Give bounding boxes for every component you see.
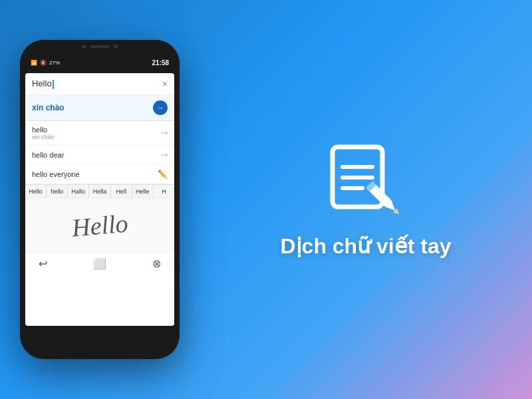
- suggestion-content-3: hello everyone: [32, 170, 80, 178]
- status-bar: 📶 🔇 27% 21:58: [20, 53, 180, 72]
- clear-button[interactable]: ×: [162, 78, 168, 89]
- keyboard-suggestions-row: Hello hello Hallo Hella Hell Helle H: [25, 184, 174, 198]
- suggestion-item-1[interactable]: hello xin chào ↗: [25, 121, 174, 146]
- home-icon[interactable]: ⬜: [93, 257, 106, 270]
- wifi-icon: 🔇: [40, 60, 47, 66]
- kb-word-4[interactable]: Hella: [89, 185, 110, 198]
- app-icon-wrapper: [326, 140, 406, 220]
- bottom-nav-bar: ↩ ⬜ ⊗: [25, 251, 174, 275]
- app-title-text: Dịch chữ viết tay: [280, 234, 451, 258]
- suggestion-main-1: hello: [32, 126, 55, 134]
- phone-body: 📶 🔇 27% 21:58 Hello × xin chào: [20, 40, 180, 359]
- phone-mockup: 📶 🔇 27% 21:58 Hello × xin chào: [20, 40, 180, 359]
- suggestion-sub-1: xin chào: [32, 134, 55, 140]
- translation-result-row[interactable]: xin chào →: [25, 95, 174, 121]
- search-input-row[interactable]: Hello ×: [25, 73, 174, 95]
- sim-icon: 📶: [31, 60, 37, 66]
- kb-word-7[interactable]: H: [154, 185, 174, 198]
- kb-word-3[interactable]: Hallo: [68, 185, 89, 198]
- kb-word-5[interactable]: Hell: [111, 185, 132, 198]
- phone-screen: Hello × xin chào → hello xin chào ↗: [25, 73, 174, 326]
- suggestion-item-2[interactable]: hello dear ↗: [25, 146, 174, 165]
- go-button[interactable]: →: [153, 100, 168, 115]
- suggestion-content-2: hello dear: [32, 151, 64, 159]
- suggestion-content-1: hello xin chào: [32, 126, 55, 140]
- document-pencil-icon: [326, 140, 406, 220]
- suggestion-main-2: hello dear: [32, 151, 64, 159]
- phone-notch: [20, 40, 180, 53]
- kb-word-1[interactable]: Hello: [25, 185, 47, 198]
- kb-word-2[interactable]: hello: [47, 185, 68, 198]
- back-icon[interactable]: ↩: [39, 257, 47, 270]
- right-panel: Dịch chữ viết tay: [200, 140, 532, 259]
- suggestion-arrow-2: ↗: [159, 150, 170, 161]
- kb-word-6[interactable]: Helle: [132, 185, 154, 198]
- handwriting-text: Hello: [70, 208, 129, 242]
- handwriting-area[interactable]: Hello: [25, 198, 174, 251]
- earpiece: [90, 45, 110, 48]
- battery-icon: 27%: [49, 60, 60, 66]
- status-icons-left: 📶 🔇 27%: [31, 60, 60, 66]
- clock: 21:58: [152, 59, 169, 66]
- suggestion-item-3[interactable]: hello everyone ✏️: [25, 165, 174, 184]
- main-layout: 📶 🔇 27% 21:58 Hello × xin chào: [0, 0, 532, 399]
- clear-input-icon[interactable]: ⊗: [152, 257, 161, 270]
- translated-text: xin chào: [32, 103, 65, 112]
- front-camera: [82, 45, 86, 49]
- app-title: Dịch chữ viết tay: [280, 233, 451, 259]
- suggestion-main-3: hello everyone: [32, 170, 80, 178]
- sensor: [114, 45, 118, 49]
- input-text-value: Hello: [32, 78, 52, 88]
- suggestion-arrow-1: ↗: [159, 128, 170, 139]
- edit-icon: ✏️: [158, 170, 168, 179]
- search-input[interactable]: Hello: [32, 78, 158, 89]
- text-cursor: [53, 80, 54, 89]
